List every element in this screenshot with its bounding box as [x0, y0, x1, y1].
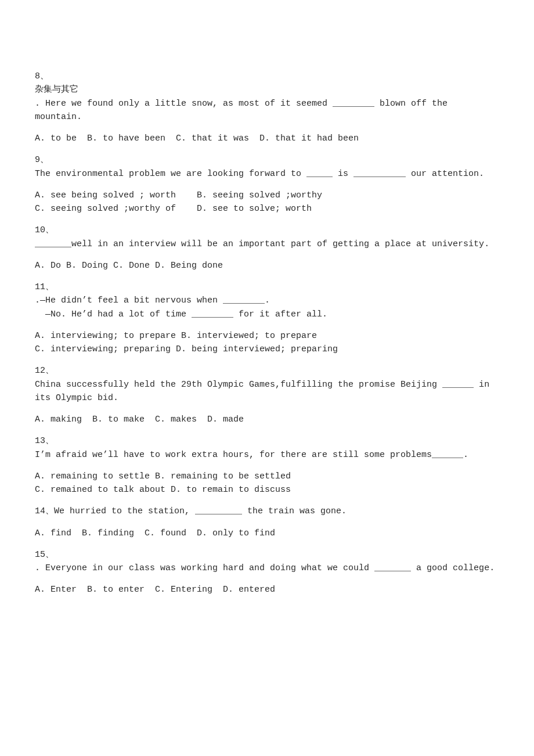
question-options: A. Enter B. to enter C. Entering D. ente…: [35, 583, 499, 596]
spacer: [35, 462, 499, 467]
question-options: A. see being solved ; worth B. seeing so…: [35, 189, 499, 216]
spacer: [35, 251, 499, 257]
question-stem: The environmental problem we are looking…: [35, 167, 499, 181]
spacer: [35, 181, 499, 186]
question-number: 8、: [35, 70, 499, 83]
question-block: 15、. Everyone in our class was working h…: [35, 548, 499, 597]
spacer: [35, 405, 499, 411]
document-body: 8、杂集与其它. Here we found only a little sno…: [35, 70, 499, 597]
question-block: 9、The environmental problem we are looki…: [35, 153, 499, 215]
question-options: A. to be B. to have been C. that it was …: [35, 132, 499, 145]
question-number: 9、: [35, 153, 499, 167]
spacer: [35, 321, 499, 327]
question-stem: . Everyone in our class was working hard…: [35, 561, 499, 575]
question-number: 11、: [35, 280, 499, 294]
question-number: 15、: [35, 548, 499, 561]
question-number: 10、: [35, 224, 499, 237]
question-options: A. interviewing; to prepare B. interview…: [35, 329, 499, 357]
spacer: [35, 575, 499, 581]
question-stem: China successfully held the 29th Olympic…: [35, 378, 499, 405]
question-block: 8、杂集与其它. Here we found only a little sno…: [35, 70, 499, 145]
question-block: 13、I’m afraid we’ll have to work extra h…: [35, 434, 499, 496]
question-options: A. remaining to settle B. remaining to b…: [35, 470, 499, 497]
question-block: 10、_______well in an interview will be a…: [35, 224, 499, 272]
question-options: A. find B. finding C. found D. only to f…: [35, 527, 499, 540]
spacer: [35, 124, 499, 129]
question-subtitle: 杂集与其它: [35, 83, 499, 96]
question-stem: I’m afraid we’ll have to work extra hour…: [35, 448, 499, 462]
question-number: 12、: [35, 364, 499, 377]
question-stem: _______well in an interview will be an i…: [35, 237, 499, 251]
question-options: A. Do B. Doing C. Done D. Being done: [35, 259, 499, 272]
question-block: 11、.—He didn’t feel a bit nervous when _…: [35, 280, 499, 356]
question-block: 12、China successfully held the 29th Olym…: [35, 364, 499, 426]
spacer: [35, 519, 499, 524]
question-stem: .—He didn’t feel a bit nervous when ____…: [35, 294, 499, 321]
question-block: 14、We hurried to the station, _________ …: [35, 505, 499, 540]
question-number: 13、: [35, 434, 499, 448]
question-stem: . Here we found only a little snow, as m…: [35, 97, 499, 124]
question-options: A. making B. to make C. makes D. made: [35, 413, 499, 426]
question-number: 14、We hurried to the station, _________ …: [35, 505, 499, 518]
